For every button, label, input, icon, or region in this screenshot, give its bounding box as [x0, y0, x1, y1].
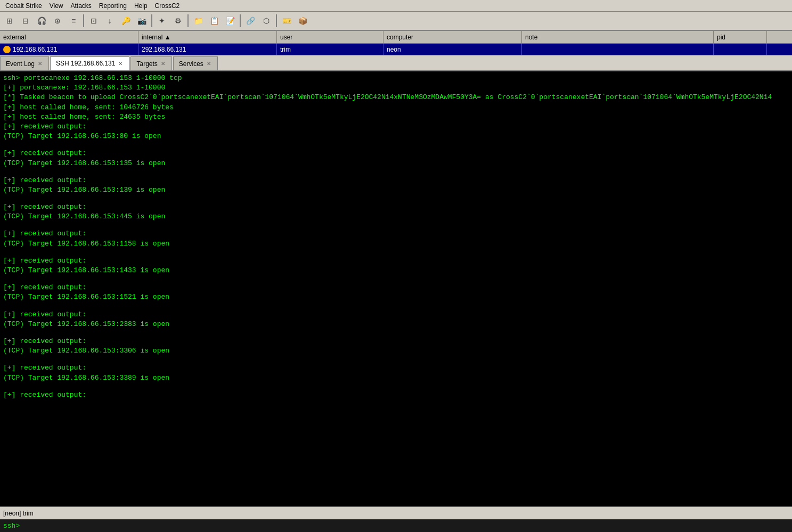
- terminal-line: [3, 222, 789, 229]
- process-button[interactable]: ≡: [66, 13, 81, 28]
- tab-ssh-label: SSH 192.168.66.131: [56, 60, 115, 67]
- sessions-table: external internal ▲ user computer note p…: [0, 31, 792, 55]
- terminal-line: [3, 302, 789, 310]
- terminal-line: [3, 195, 789, 202]
- toolbar-sep-2: [151, 14, 152, 27]
- terminal-line: [+] received output:: [3, 337, 789, 346]
- camera-button[interactable]: 📷: [134, 13, 149, 28]
- terminal-line: [+] received output:: [3, 122, 789, 132]
- terminal-line: [3, 356, 789, 363]
- prompt-label: ssh>: [3, 522, 20, 530]
- col-header-external[interactable]: external: [0, 31, 138, 43]
- terminal-line: [3, 141, 789, 149]
- preferences-button[interactable]: ⊟: [18, 13, 33, 28]
- terminal-line: [+] received output:: [3, 283, 789, 292]
- terminal-line: [3, 249, 789, 256]
- terminal-line: (TCP) Target 192.168.66.153:3306 is open: [3, 346, 789, 356]
- menu-view[interactable]: View: [46, 1, 67, 11]
- tab-eventlog[interactable]: Event Log ✕: [0, 56, 49, 70]
- cell-note: [522, 44, 714, 55]
- terminal-line: [*] Tasked beacon to upload CrossC2`0`po…: [3, 93, 789, 102]
- menu-reporting[interactable]: Reporting: [96, 1, 130, 11]
- tab-targets[interactable]: Targets ✕: [130, 56, 172, 70]
- menu-attacks[interactable]: Attacks: [68, 1, 95, 11]
- tab-eventlog-label: Event Log: [6, 60, 35, 68]
- col-header-pid[interactable]: pid: [714, 31, 767, 43]
- targets-button[interactable]: ⊕: [50, 13, 65, 28]
- terminal-line: [+] received output:: [3, 149, 789, 158]
- command-input[interactable]: [20, 522, 789, 530]
- terminal-line: [+] received output:: [3, 256, 789, 266]
- toolbar-sep-5: [276, 14, 277, 27]
- terminal-line: [+] received output:: [3, 390, 789, 400]
- packages-button[interactable]: 📦: [295, 13, 310, 28]
- tab-ssh[interactable]: SSH 192.168.66.131 ✕: [50, 56, 129, 70]
- terminal-line: ssh> portscanexe 192.168.66.153 1-10000 …: [3, 73, 789, 83]
- config2-button[interactable]: ⚙: [170, 13, 185, 28]
- download-button[interactable]: ↓: [102, 13, 117, 28]
- terminal-output[interactable]: ssh> portscanexe 192.168.66.153 1-10000 …: [0, 71, 792, 506]
- terminal-line: [+] host called home, sent: 1046726 byte…: [3, 103, 789, 112]
- terminal-line: [3, 329, 789, 337]
- terminal-line: (TCP) Target 192.168.66.153:2383 is open: [3, 320, 789, 329]
- col-header-note[interactable]: note: [522, 31, 714, 43]
- note-button[interactable]: 📝: [223, 13, 238, 28]
- menu-crossc2[interactable]: CrossC2: [152, 1, 183, 11]
- cell-pid: [714, 44, 767, 55]
- terminal-line: [+] received output:: [3, 202, 789, 212]
- terminal-line: [+] host called home, sent: 24635 bytes: [3, 112, 789, 122]
- cell-computer: neon: [383, 44, 522, 55]
- terminal-line: [+] received output:: [3, 229, 789, 239]
- terminal-line: (TCP) Target 192.168.66.153:80 is open: [3, 132, 789, 141]
- beacon-icon: [3, 46, 11, 53]
- clipboard-button[interactable]: 📋: [207, 13, 222, 28]
- screenshot-button[interactable]: ⊡: [86, 13, 101, 28]
- terminal-line: [+] received output:: [3, 176, 789, 185]
- sessions-header: external internal ▲ user computer note p…: [0, 31, 792, 44]
- toolbar-sep-3: [187, 14, 189, 27]
- terminal-line: [+] received output:: [3, 310, 789, 320]
- menu-cobaltstrike[interactable]: Cobalt Strike: [2, 1, 45, 11]
- files-button[interactable]: 📁: [191, 13, 206, 28]
- terminal-line: [3, 168, 789, 176]
- terminal-line: (TCP) Target 192.168.66.153:445 is open: [3, 212, 789, 222]
- terminal-line: (TCP) Target 192.168.66.153:3389 is open: [3, 373, 789, 383]
- terminal-line: (TCP) Target 192.168.66.153:139 is open: [3, 185, 789, 195]
- tab-targets-close[interactable]: ✕: [160, 61, 166, 67]
- terminal-line: (TCP) Target 192.168.66.153:1433 is open: [3, 266, 789, 275]
- credentials-button[interactable]: 🎫: [279, 13, 294, 28]
- pivot-button[interactable]: ⬡: [259, 13, 274, 28]
- tabs-row: Event Log ✕ SSH 192.168.66.131 ✕ Targets…: [0, 55, 792, 71]
- terminal-line: [+] portscanexe: 192.168.66.153 1-10000: [3, 83, 789, 93]
- new-connection-button[interactable]: ⊞: [2, 13, 17, 28]
- cell-external: 192.168.66.131: [0, 44, 138, 55]
- prompt-line: ssh>: [0, 519, 792, 532]
- tab-services-label: Services: [179, 60, 203, 68]
- config-button[interactable]: ✦: [154, 13, 169, 28]
- menu-help[interactable]: Help: [131, 1, 151, 11]
- headphones-button[interactable]: 🎧: [34, 13, 49, 28]
- tab-ssh-close[interactable]: ✕: [117, 61, 124, 67]
- tab-services-close[interactable]: ✕: [206, 61, 212, 67]
- statusbar-text: [neon] trim: [3, 510, 34, 517]
- terminal-line: [3, 383, 789, 390]
- col-header-user[interactable]: user: [277, 31, 383, 43]
- terminal-line: (TCP) Target 192.168.66.153:1521 is open: [3, 292, 789, 302]
- keylogger-button[interactable]: 🔑: [118, 13, 133, 28]
- terminal-line: [3, 275, 789, 283]
- tab-eventlog-close[interactable]: ✕: [37, 61, 43, 67]
- col-header-computer[interactable]: computer: [383, 31, 522, 43]
- col-header-internal[interactable]: internal ▲: [138, 31, 277, 43]
- terminal-line: (TCP) Target 192.168.66.153:1158 is open: [3, 239, 789, 249]
- menubar: Cobalt Strike View Attacks Reporting Hel…: [0, 0, 792, 12]
- toolbar-sep-1: [83, 14, 84, 27]
- terminal-line: [+] received output:: [3, 363, 789, 373]
- table-row[interactable]: 192.168.66.131 292.168.66.131 trim neon: [0, 44, 792, 55]
- cell-internal: 292.168.66.131: [138, 44, 277, 55]
- link-button[interactable]: 🔗: [243, 13, 258, 28]
- tab-services[interactable]: Services ✕: [173, 56, 218, 70]
- statusbar: [neon] trim: [0, 506, 792, 519]
- terminal-line: (TCP) Target 192.168.66.153:135 is open: [3, 159, 789, 168]
- cell-user: trim: [277, 44, 383, 55]
- toolbar: ⊞ ⊟ 🎧 ⊕ ≡ ⊡ ↓ 🔑 📷 ✦ ⚙ 📁 📋 📝 🔗 ⬡ 🎫 📦: [0, 12, 792, 31]
